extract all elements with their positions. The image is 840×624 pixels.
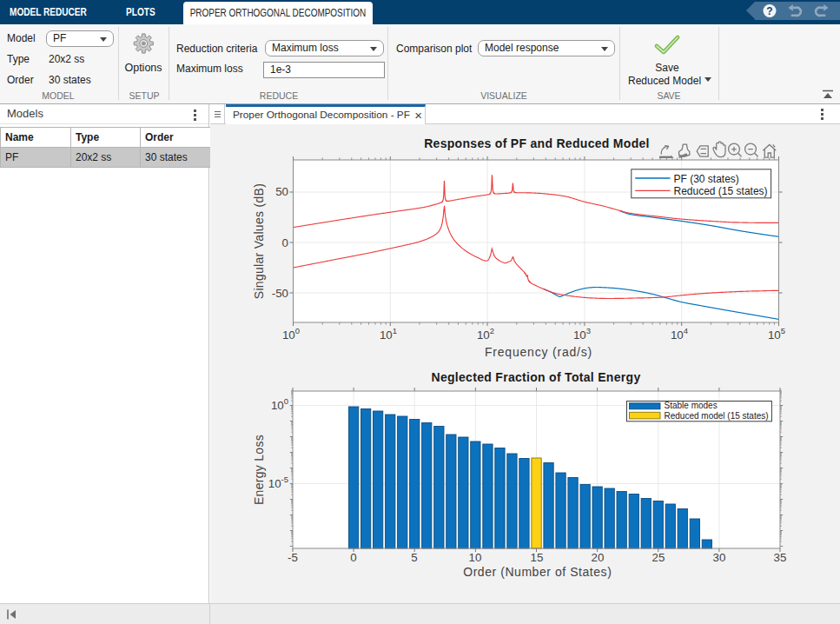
svg-text:50: 50	[275, 185, 288, 198]
svg-text:Reduced (15 states): Reduced (15 states)	[674, 185, 768, 197]
svg-text:105: 105	[768, 326, 785, 342]
svg-text:?: ?	[766, 5, 772, 17]
svg-text:104: 104	[671, 326, 688, 342]
svg-text:Responses of PF and Reduced Mo: Responses of PF and Reduced Model	[424, 136, 650, 150]
svg-text:10-5: 10-5	[268, 475, 288, 490]
svg-text:0: 0	[282, 236, 288, 249]
svg-text:5: 5	[411, 551, 417, 564]
svg-text:20: 20	[592, 551, 605, 564]
svg-text:-5: -5	[288, 551, 298, 564]
svg-text:30: 30	[713, 551, 726, 564]
svg-text:35: 35	[774, 551, 787, 564]
svg-text:Reduced model (15 states): Reduced model (15 states)	[665, 411, 769, 421]
svg-text:101: 101	[380, 326, 397, 342]
svg-text:0: 0	[350, 551, 356, 564]
svg-text:15: 15	[531, 551, 544, 564]
svg-text:Singular Values (dB): Singular Values (dB)	[252, 183, 266, 299]
svg-text:102: 102	[477, 326, 494, 342]
svg-text:Frequency (rad/s): Frequency (rad/s)	[485, 345, 592, 359]
svg-text:PF (30 states): PF (30 states)	[674, 173, 739, 185]
svg-text:100: 100	[282, 326, 300, 342]
svg-text:-50: -50	[272, 287, 288, 300]
svg-text:10: 10	[469, 551, 482, 564]
svg-text:103: 103	[573, 326, 591, 342]
svg-text:100: 100	[271, 396, 288, 412]
svg-text:Energy Loss: Energy Loss	[252, 435, 266, 505]
svg-text:Stable modes: Stable modes	[665, 401, 718, 410]
svg-text:Order (Number of States): Order (Number of States)	[463, 565, 612, 579]
svg-text:25: 25	[652, 551, 665, 564]
svg-text:Neglected Fraction of Total En: Neglected Fraction of Total Energy	[432, 370, 641, 384]
